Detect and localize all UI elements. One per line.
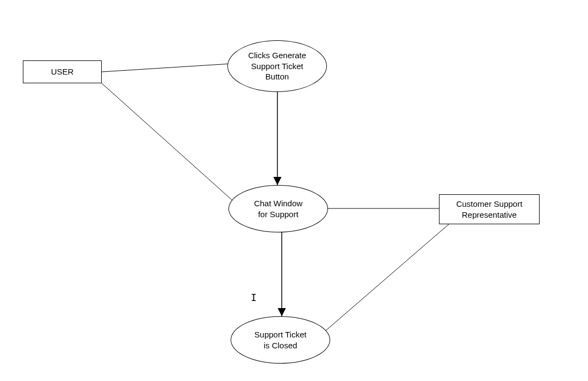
svg-line-5 <box>325 224 449 331</box>
node-ticket-closed-text: Support Ticket is Closed <box>255 329 307 351</box>
node-user-label: USER <box>51 66 74 77</box>
text-cursor-icon: I <box>251 292 257 303</box>
node-clicks-generate: Clicks Generate Support Ticket Button <box>227 40 327 92</box>
diagram-canvas: USER Clicks Generate Support Ticket Butt… <box>0 0 588 381</box>
node-customer-rep: Customer Support Representative <box>439 194 540 224</box>
node-user: USER <box>23 60 102 83</box>
node-ticket-closed: Support Ticket is Closed <box>231 316 330 364</box>
node-customer-rep-text: Customer Support Representative <box>456 199 523 220</box>
node-chat-window-text: Chat Window for Support <box>254 198 302 219</box>
svg-line-1 <box>102 83 237 205</box>
svg-line-0 <box>102 64 231 72</box>
node-chat-window: Chat Window for Support <box>228 185 328 232</box>
node-clicks-generate-text: Clicks Generate Support Ticket Button <box>248 50 306 82</box>
